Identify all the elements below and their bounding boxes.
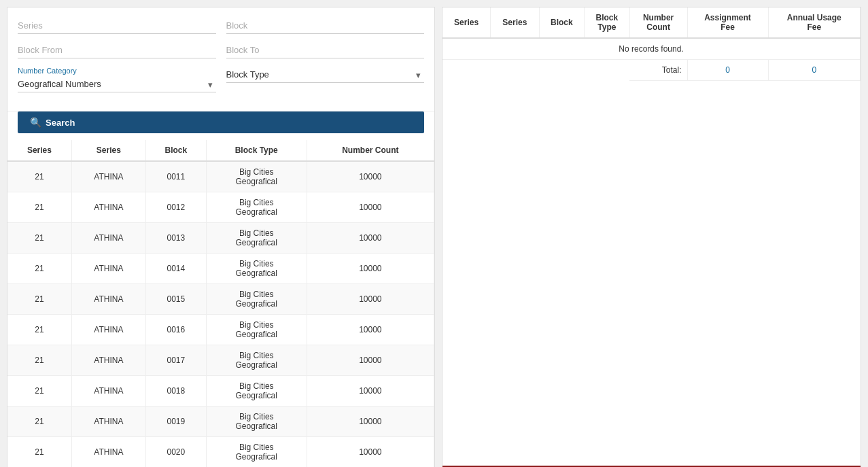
cell-block-type: Big CitiesGeografical xyxy=(206,315,307,345)
block-input[interactable] xyxy=(226,18,425,34)
total-label: Total: xyxy=(629,60,687,81)
series-field xyxy=(18,18,216,34)
cell-count: 10000 xyxy=(307,254,434,284)
number-category-field: Number Category Geografical Numbers Othe… xyxy=(18,67,216,92)
right-col-series1: Series xyxy=(442,7,491,38)
left-table-container: Series Series Block Block Type Number Co… xyxy=(7,140,434,467)
cell-block: 0012 xyxy=(145,192,206,223)
cell-count: 10000 xyxy=(307,407,434,437)
cell-series2: ATHINA xyxy=(71,345,145,376)
cell-block: 0013 xyxy=(145,223,206,254)
cell-block: 0015 xyxy=(145,284,206,315)
cell-series1[interactable]: 21 xyxy=(7,284,71,315)
cell-series1[interactable]: 21 xyxy=(7,315,71,345)
cell-count: 10000 xyxy=(307,376,434,407)
search-button[interactable]: 🔍 Search xyxy=(18,111,424,133)
total-row: Total: 0 0 xyxy=(442,60,861,81)
right-panel: Series Series Block BlockType NumberCoun… xyxy=(442,7,861,467)
cell-count: 10000 xyxy=(307,315,434,345)
cell-block: 0011 xyxy=(145,161,206,192)
table-row[interactable]: 21 ATHINA 0014 Big CitiesGeografical 100… xyxy=(7,254,434,284)
cell-block-type: Big CitiesGeografical xyxy=(206,284,307,315)
col-header-block-type: Block Type xyxy=(206,140,307,161)
no-records-row: No records found. xyxy=(442,38,861,60)
no-records-text: No records found. xyxy=(442,38,861,60)
cell-series1[interactable]: 21 xyxy=(7,345,71,376)
right-col-assignment-fee: AssignmentFee xyxy=(687,7,768,38)
cell-block: 0017 xyxy=(145,345,206,376)
left-table: Series Series Block Block Type Number Co… xyxy=(7,140,434,467)
cell-count: 10000 xyxy=(307,284,434,315)
cell-block-type: Big CitiesGeografical xyxy=(206,345,307,376)
block-from-field xyxy=(18,42,216,58)
cell-count: 10000 xyxy=(307,192,434,223)
total-annual-usage-fee: 0 xyxy=(768,60,861,81)
block-from-input[interactable] xyxy=(18,42,216,58)
cell-block: 0018 xyxy=(145,376,206,407)
table-row[interactable]: 21 ATHINA 0020 Big CitiesGeografical 100… xyxy=(7,437,434,468)
cell-block-type: Big CitiesGeografical xyxy=(206,437,307,468)
col-header-number-count: Number Count xyxy=(307,140,434,161)
cell-count: 10000 xyxy=(307,223,434,254)
table-row[interactable]: 21 ATHINA 0012 Big CitiesGeografical 100… xyxy=(7,192,434,223)
right-table-container: Series Series Block BlockType NumberCoun… xyxy=(442,7,861,466)
block-to-input[interactable] xyxy=(226,42,425,58)
filter-row-2 xyxy=(18,42,424,58)
left-panel: Number Category Geografical Numbers Othe… xyxy=(7,7,435,467)
cell-count: 10000 xyxy=(307,437,434,468)
block-type-select[interactable]: Block Type Big Cities Geografical xyxy=(226,67,425,83)
col-header-series1: Series xyxy=(7,140,71,161)
table-row[interactable]: 21 ATHINA 0013 Big CitiesGeografical 100… xyxy=(7,223,434,254)
cell-series1[interactable]: 21 xyxy=(7,437,71,468)
right-col-annual-usage-fee: Annual UsageFee xyxy=(768,7,861,38)
table-row[interactable]: 21 ATHINA 0019 Big CitiesGeografical 100… xyxy=(7,407,434,437)
cell-series2: ATHINA xyxy=(71,376,145,407)
cell-series2: ATHINA xyxy=(71,315,145,345)
left-table-body: 21 ATHINA 0011 Big CitiesGeografical 100… xyxy=(7,161,434,467)
table-row[interactable]: 21 ATHINA 0017 Big CitiesGeografical 100… xyxy=(7,345,434,376)
table-row[interactable]: 21 ATHINA 0018 Big CitiesGeografical 100… xyxy=(7,376,434,407)
search-label: Search xyxy=(46,118,75,128)
number-category-select-wrap: Geografical Numbers Other xyxy=(18,76,216,92)
cell-series1[interactable]: 21 xyxy=(7,254,71,284)
cell-block: 0019 xyxy=(145,407,206,437)
right-col-block: Block xyxy=(539,7,585,38)
right-col-number-count: NumberCount xyxy=(629,7,687,38)
cell-series2: ATHINA xyxy=(71,254,145,284)
cell-block: 0020 xyxy=(145,437,206,468)
cell-series1[interactable]: 21 xyxy=(7,223,71,254)
left-table-header-row: Series Series Block Block Type Number Co… xyxy=(7,140,434,161)
cell-block-type: Big CitiesGeografical xyxy=(206,407,307,437)
right-table: Series Series Block BlockType NumberCoun… xyxy=(442,7,861,81)
cell-block-type: Big CitiesGeografical xyxy=(206,376,307,407)
cell-block-type: Big CitiesGeografical xyxy=(206,254,307,284)
filter-row-3: Number Category Geografical Numbers Othe… xyxy=(18,67,424,92)
series-input[interactable] xyxy=(18,18,216,34)
cell-series1[interactable]: 21 xyxy=(7,161,71,192)
cell-series1[interactable]: 21 xyxy=(7,407,71,437)
cell-block-type: Big CitiesGeografical xyxy=(206,161,307,192)
filter-section: Number Category Geografical Numbers Othe… xyxy=(7,7,434,111)
search-icon: 🔍 xyxy=(30,117,41,128)
cell-block-type: Big CitiesGeografical xyxy=(206,223,307,254)
cell-series1[interactable]: 21 xyxy=(7,192,71,223)
number-category-label: Number Category xyxy=(18,67,216,75)
table-row[interactable]: 21 ATHINA 0011 Big CitiesGeografical 100… xyxy=(7,161,434,192)
right-col-series2: Series xyxy=(491,7,539,38)
total-assignment-fee: 0 xyxy=(687,60,768,81)
right-table-header-row: Series Series Block BlockType NumberCoun… xyxy=(442,7,861,38)
cell-series2: ATHINA xyxy=(71,161,145,192)
cell-series1[interactable]: 21 xyxy=(7,376,71,407)
table-row[interactable]: 21 ATHINA 0015 Big CitiesGeografical 100… xyxy=(7,284,434,315)
block-field xyxy=(226,18,425,34)
number-category-select[interactable]: Geografical Numbers Other xyxy=(18,76,216,92)
cell-series2: ATHINA xyxy=(71,407,145,437)
col-header-series2: Series xyxy=(71,140,145,161)
right-col-block-type: BlockType xyxy=(585,7,630,38)
cell-series2: ATHINA xyxy=(71,437,145,468)
filter-row-1 xyxy=(18,18,424,34)
table-row[interactable]: 21 ATHINA 0016 Big CitiesGeografical 100… xyxy=(7,315,434,345)
block-to-field xyxy=(226,42,425,58)
cell-series2: ATHINA xyxy=(71,223,145,254)
block-type-field: Block Type Big Cities Geografical xyxy=(226,67,425,92)
